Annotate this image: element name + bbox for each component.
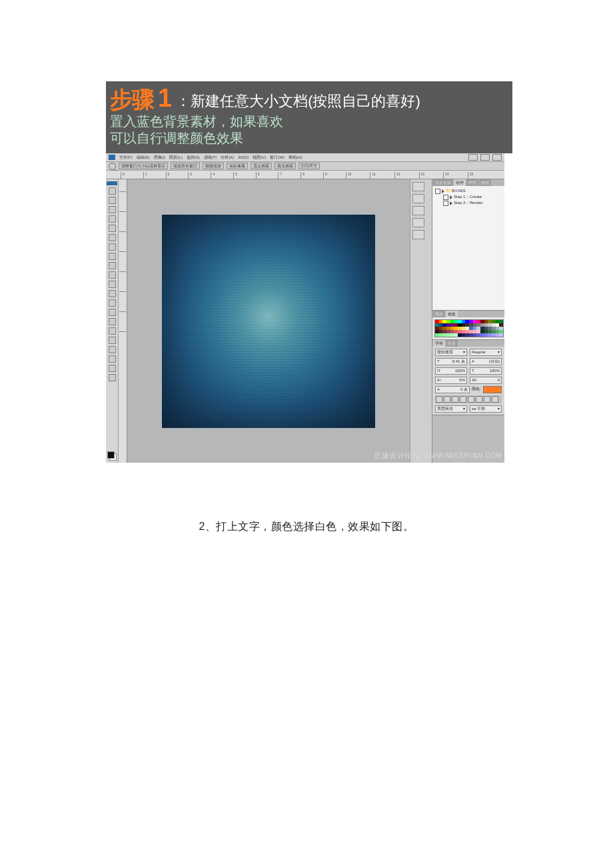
- menu-window[interactable]: 窗口(W): [270, 155, 285, 161]
- viewport: [119, 179, 410, 463]
- opt-print-size[interactable]: 打印尺寸: [299, 163, 320, 169]
- menu-file[interactable]: 文件(F): [119, 155, 133, 161]
- eraser-tool-icon[interactable]: [109, 281, 116, 288]
- tab-brushes[interactable]: 画笔: [479, 179, 491, 186]
- step-banner: 步骤 1 ：新建任意大小文档(按照自己的喜好) 置入蓝色背景素材，如果喜欢 可以…: [106, 81, 512, 153]
- hand-tool-icon[interactable]: [109, 365, 116, 372]
- menu-3d[interactable]: 3D(D): [238, 155, 249, 159]
- marquee-tool-icon[interactable]: [109, 197, 116, 204]
- path-tool-icon[interactable]: [109, 337, 116, 344]
- collapsed-panel-dock: [410, 179, 432, 463]
- action-step2[interactable]: Step 2 :: Render: [435, 200, 502, 206]
- dock-icon[interactable]: [412, 206, 424, 215]
- banner-line2: 置入蓝色背景素材，如果喜欢: [110, 113, 508, 130]
- banner-line3: 可以自行调整颜色效果: [110, 130, 508, 147]
- caption-text: 2、打上文字，颜色选择白色，效果如下图。: [0, 520, 613, 534]
- heal-tool-icon[interactable]: [109, 243, 116, 251]
- opt-zoom-all[interactable]: 缩放所有窗口: [171, 163, 200, 169]
- shape-tool-icon[interactable]: [109, 346, 116, 353]
- ruler-vertical: [119, 179, 127, 463]
- lasso-tool-icon[interactable]: [109, 206, 116, 213]
- move-tool-icon[interactable]: [109, 187, 116, 195]
- step-number: 1: [158, 85, 172, 111]
- canvas[interactable]: [162, 215, 375, 428]
- pen-tool-icon[interactable]: [109, 318, 116, 325]
- folder-icon: 📁: [446, 188, 450, 194]
- stamp-tool-icon[interactable]: [109, 262, 116, 269]
- menu-view[interactable]: 视图(V): [253, 155, 266, 161]
- photoshop-window: 文件(F) 编辑(E) 图像(I) 图层(L) 选择(S) 滤镜(T) 分析(A…: [106, 153, 504, 463]
- tool-header: [107, 181, 117, 185]
- gradient-tool-icon[interactable]: [109, 290, 116, 297]
- fg-bg-swatch[interactable]: [107, 451, 117, 461]
- opt-fit-screen[interactable]: 适合屏幕: [251, 163, 272, 169]
- action-step1[interactable]: Step 1 :: Create: [435, 194, 502, 200]
- leading[interactable]: A(自动): [470, 358, 502, 365]
- tab-paragraph[interactable]: 段落: [446, 340, 458, 347]
- step-desc: ：新建任意大小文档(按照自己的喜好): [176, 94, 420, 111]
- options-bar: 调整窗口大小以满屏显示 缩放所有窗口 细微缩放 实际像素 适合屏幕 填充屏幕 打…: [106, 162, 504, 171]
- menu-help[interactable]: 帮助(H): [289, 155, 302, 161]
- tab-styles[interactable]: 样式: [466, 179, 478, 186]
- type-style-buttons[interactable]: [435, 395, 502, 403]
- type-tool-icon[interactable]: [109, 327, 116, 335]
- swatches-panel: 颜色 色板: [432, 311, 504, 340]
- menu-analyze[interactable]: 分析(A): [221, 155, 234, 161]
- ruler-horizontal: 0123 4567 891011 12131415: [106, 171, 504, 179]
- dock-icon[interactable]: [412, 230, 424, 239]
- eyedropper-tool-icon[interactable]: [109, 234, 116, 241]
- zoom-tool-icon[interactable]: [109, 163, 116, 170]
- ps-icon: [109, 155, 115, 160]
- menu-image[interactable]: 图像(I): [154, 155, 166, 161]
- dock-icon[interactable]: [412, 182, 424, 191]
- dodge-tool-icon[interactable]: [109, 309, 116, 316]
- antialias-select[interactable]: aa 平滑▾: [470, 405, 502, 413]
- panel-stack: 历史记录 动作 样式 画笔 📁 BOXES Step 1 :: [432, 179, 504, 463]
- opt-fill-screen[interactable]: 填充屏幕: [275, 163, 296, 169]
- opt-resize-win[interactable]: 调整窗口大小以满屏显示: [119, 163, 168, 169]
- tracking[interactable]: IT100%: [435, 367, 467, 375]
- zoom-tool-icon[interactable]: [109, 374, 116, 381]
- screen-mode-switch[interactable]: [468, 154, 502, 161]
- tab-character[interactable]: 字符: [433, 340, 445, 347]
- font-size[interactable]: T8.41 点: [435, 358, 467, 365]
- 3d-tool-icon[interactable]: [109, 355, 116, 363]
- tab-history[interactable]: 历史记录: [433, 179, 453, 186]
- font-family-select[interactable]: 微软雅黑▾: [435, 349, 467, 356]
- character-panel: 字符 段落 微软雅黑▾ Regular▾ T8.41 点 A(自动) IT100…: [432, 340, 504, 415]
- menu-layer[interactable]: 图层(L): [169, 155, 182, 161]
- history-brush-icon[interactable]: [109, 271, 116, 279]
- tab-actions[interactable]: 动作: [454, 179, 466, 186]
- menu-filter[interactable]: 滤镜(T): [204, 155, 217, 161]
- language-select[interactable]: 美国英语▾: [435, 405, 467, 413]
- dock-icon[interactable]: [412, 218, 424, 227]
- opt-actual-pixels[interactable]: 实际像素: [227, 163, 248, 169]
- baseline[interactable]: A↕0%: [435, 377, 467, 384]
- swatch[interactable]: [499, 333, 503, 337]
- opt-scrubby[interactable]: 细微缩放: [203, 163, 224, 169]
- text-color-label: 颜色:: [472, 386, 481, 393]
- dock-icon[interactable]: [412, 194, 424, 203]
- watermark: 思缘设计论坛 WWW.MISSYUAN.COM: [374, 451, 502, 461]
- brush-tool-icon[interactable]: [109, 253, 116, 260]
- tab-swatches[interactable]: 色板: [446, 311, 458, 317]
- wand-tool-icon[interactable]: [109, 215, 116, 223]
- action-folder[interactable]: 📁 BOXES: [435, 188, 502, 194]
- kerning[interactable]: AV0: [470, 377, 502, 384]
- menubar: 文件(F) 编辑(E) 图像(I) 图层(L) 选择(S) 滤镜(T) 分析(A…: [106, 153, 504, 162]
- tab-color[interactable]: 颜色: [433, 311, 445, 317]
- vscale[interactable]: T100%: [470, 367, 502, 375]
- baseline-shift[interactable]: A0 点: [435, 386, 470, 393]
- actions-panel: 历史记录 动作 样式 画笔 📁 BOXES Step 1 :: [432, 179, 504, 311]
- menu-select[interactable]: 选择(S): [187, 155, 200, 161]
- swatch-grid[interactable]: [434, 319, 504, 337]
- font-style-select[interactable]: Regular▾: [470, 349, 502, 356]
- step-label: 步骤: [110, 88, 154, 111]
- crop-tool-icon[interactable]: [109, 225, 116, 232]
- blur-tool-icon[interactable]: [109, 299, 116, 307]
- menu-edit[interactable]: 编辑(E): [137, 155, 150, 161]
- tool-palette: [106, 179, 119, 463]
- text-color-swatch[interactable]: [483, 386, 502, 393]
